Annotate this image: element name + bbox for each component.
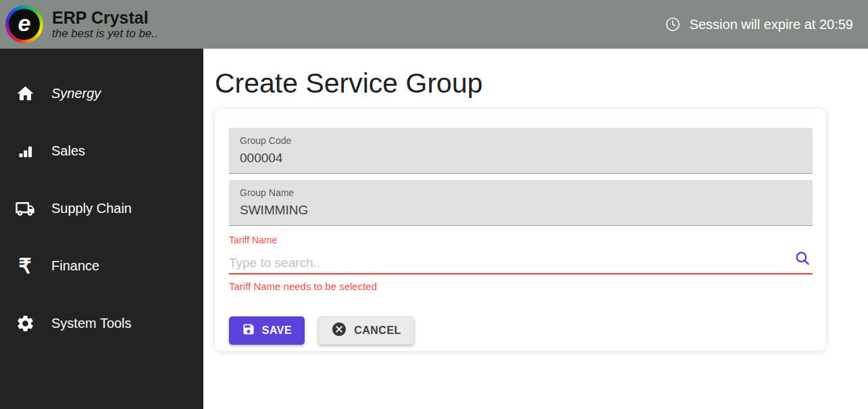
session-expiry-text: Session will expire at 20:59 bbox=[690, 17, 853, 32]
tariff-error-text: Tariff Name needs to be selected bbox=[229, 281, 813, 292]
tariff-name-label: Tariff Name bbox=[229, 235, 813, 245]
sidebar-item-synergy[interactable]: Synergy bbox=[0, 65, 203, 122]
group-name-label: Group Name bbox=[240, 187, 802, 198]
sidebar-item-supply-chain[interactable]: Supply Chain bbox=[0, 180, 203, 237]
sidebar-item-sales[interactable]: Sales bbox=[0, 122, 203, 180]
brand[interactable]: e ERP Crystal the best is yet to be.. bbox=[0, 5, 158, 43]
group-name-value: SWIMMING bbox=[240, 203, 802, 218]
bar-chart-icon bbox=[15, 142, 35, 160]
form-actions: SAVE CANCEL bbox=[229, 316, 813, 345]
gear-icon bbox=[15, 314, 35, 333]
clock-icon bbox=[663, 16, 683, 32]
group-name-field: Group Name SWIMMING bbox=[229, 180, 813, 226]
save-button[interactable]: SAVE bbox=[229, 316, 305, 345]
page-title: Create Service Group bbox=[215, 68, 868, 99]
sidebar-item-system-tools[interactable]: System Tools bbox=[0, 295, 203, 352]
rupee-icon: ₹ bbox=[15, 256, 35, 276]
form-card: Group Code 000004 Group Name SWIMMING Ta… bbox=[214, 108, 826, 352]
group-code-value: 000004 bbox=[240, 151, 802, 166]
sidebar-item-finance[interactable]: ₹ Finance bbox=[0, 237, 203, 295]
group-code-label: Group Code bbox=[240, 135, 802, 146]
group-code-field: Group Code 000004 bbox=[229, 128, 813, 174]
sidebar-item-label: System Tools bbox=[51, 316, 132, 331]
brand-text: ERP Crystal the best is yet to be.. bbox=[52, 8, 158, 41]
brand-tagline: the best is yet to be.. bbox=[52, 27, 158, 41]
logo-letter: e bbox=[9, 9, 40, 40]
sidebar-item-label: Synergy bbox=[51, 86, 101, 101]
tariff-search-input[interactable] bbox=[229, 256, 794, 270]
app-logo-icon: e bbox=[5, 5, 43, 43]
app-header: e ERP Crystal the best is yet to be.. Se… bbox=[0, 0, 868, 49]
truck-icon bbox=[15, 199, 35, 219]
brand-title: ERP Crystal bbox=[52, 8, 158, 28]
search-icon bbox=[794, 249, 811, 269]
main-content: Create Service Group Group Code 000004 G… bbox=[203, 49, 868, 409]
tariff-search-row bbox=[229, 249, 813, 274]
x-circle-icon bbox=[331, 321, 347, 340]
sidebar-item-label: Finance bbox=[51, 258, 99, 274]
cancel-button-label: CANCEL bbox=[354, 324, 401, 337]
sidebar-item-label: Supply Chain bbox=[51, 201, 132, 216]
sidebar-item-label: Sales bbox=[51, 143, 85, 159]
home-icon bbox=[15, 84, 35, 103]
cancel-button[interactable]: CANCEL bbox=[318, 316, 414, 345]
floppy-disk-icon bbox=[242, 322, 255, 339]
sidebar: Synergy Sales Supply Chain ₹ Finance bbox=[0, 49, 203, 409]
search-button[interactable] bbox=[794, 249, 813, 270]
save-button-label: SAVE bbox=[262, 324, 292, 337]
session-expiry: Session will expire at 20:59 bbox=[663, 16, 868, 32]
